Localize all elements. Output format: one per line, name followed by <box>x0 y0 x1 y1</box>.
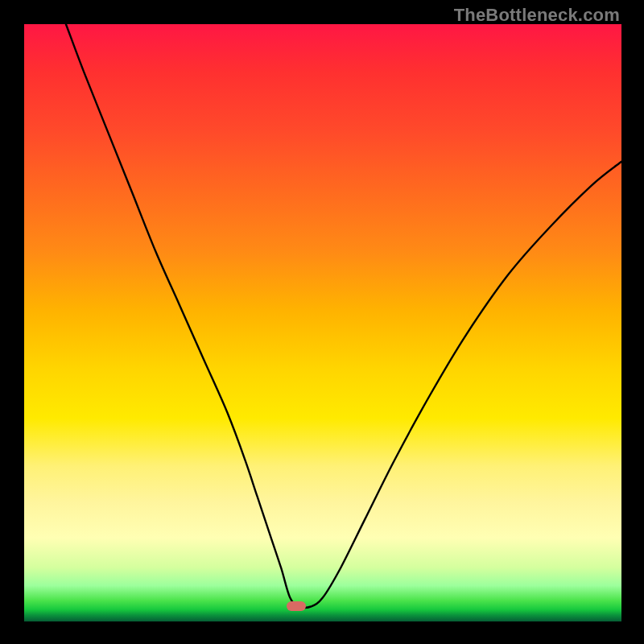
plot-area <box>24 24 621 621</box>
chart-stage: TheBottleneck.com <box>0 0 644 644</box>
bottleneck-curve <box>66 24 621 608</box>
watermark-text: TheBottleneck.com <box>454 5 620 26</box>
optimal-marker <box>287 601 306 611</box>
curve-svg <box>24 24 621 621</box>
